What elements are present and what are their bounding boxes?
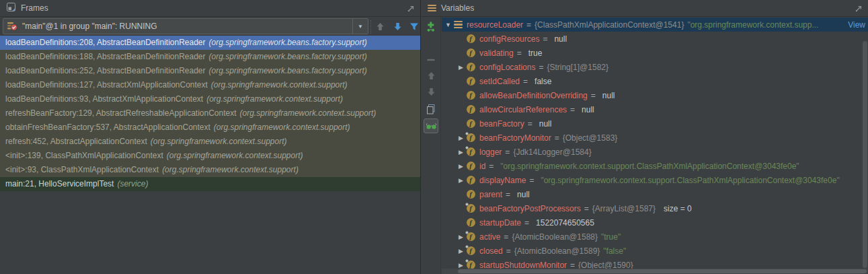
thread-selector-value: "main"@1 in group "main": RUNNING	[22, 22, 352, 31]
frames-toolbar: "main"@1 in group "main": RUNNING ▼	[0, 17, 420, 36]
variable-name: logger	[479, 147, 502, 157]
variable-row[interactable]: ▶fbeanFactoryMonitor={Object@1583}	[442, 131, 868, 145]
variable-row[interactable]: ▼resourceLoader={ClassPathXmlApplication…	[442, 18, 868, 32]
frame-row[interactable]: refresh:452, AbstractApplicationContext(…	[0, 135, 420, 149]
view-link[interactable]: View	[848, 20, 865, 30]
variable-row[interactable]: fallowCircularReferences=null	[442, 102, 868, 116]
frame-row[interactable]: loadBeanDefinitions:93, AbstractXmlAppli…	[0, 92, 420, 106]
frame-row[interactable]: loadBeanDefinitions:208, AbstractBeanDef…	[0, 36, 420, 50]
thread-icon	[7, 21, 17, 32]
equals-sign: =	[517, 48, 522, 58]
variable-row[interactable]: ▶fdisplayName="org.springframework.conte…	[442, 173, 868, 187]
variable-value: "org.springframework.context.support.Cla…	[541, 176, 839, 185]
move-watch-up-button[interactable]	[424, 68, 438, 83]
equals-sign: =	[529, 176, 534, 185]
variable-reference: {String[1]@1582}	[547, 63, 608, 72]
variable-value: 1522074650565	[536, 218, 594, 228]
frame-row[interactable]: <init>:139, ClassPathXmlApplicationConte…	[0, 149, 420, 163]
field-icon: f	[466, 63, 475, 72]
vertical-scrollbar[interactable]	[863, 41, 867, 268]
field-icon: f	[466, 133, 475, 143]
frame-package: (org.springframework.beans.factory.suppo…	[209, 52, 367, 61]
variable-row[interactable]: ▶fid="org.springframework.context.suppor…	[442, 159, 868, 173]
variable-name: active	[479, 232, 500, 242]
frame-row[interactable]: loadBeanDefinitions:252, AbstractBeanDef…	[0, 64, 420, 78]
float-window-icon[interactable]	[407, 5, 415, 14]
variable-row[interactable]: fallowBeanDefinitionOverriding=null	[442, 88, 868, 102]
variable-row[interactable]: fconfigResources=null	[442, 32, 868, 46]
expand-icon[interactable]: ▶	[456, 163, 466, 170]
frame-location: loadBeanDefinitions:252, AbstractBeanDef…	[5, 66, 206, 75]
frame-row[interactable]: <init>:93, ClassPathXmlApplicationContex…	[0, 163, 420, 177]
variable-row[interactable]: fbeanFactory=null	[442, 116, 868, 131]
expand-icon[interactable]: ▶	[456, 262, 466, 269]
chevron-down-icon[interactable]: ▼	[352, 19, 368, 34]
variable-row[interactable]: ▶factive={AtomicBoolean@1588}"true"	[442, 230, 868, 244]
show-watches-toggle[interactable]	[424, 118, 438, 133]
horizontal-scrollbar[interactable]	[442, 269, 868, 274]
field-icon: f	[466, 218, 475, 228]
variable-reference: {AtomicBoolean@1589}	[514, 246, 600, 256]
variable-name: beanFactory	[479, 119, 524, 129]
variable-value: "true"	[601, 232, 621, 242]
frame-package: (org.springframework.beans.factory.suppo…	[209, 38, 367, 47]
variable-name: validating	[479, 48, 514, 58]
variable-name: parent	[479, 190, 502, 199]
collapse-icon[interactable]: ▼	[443, 22, 453, 28]
horizontal-scrollbar-thumb[interactable]	[458, 269, 867, 273]
expand-icon[interactable]: ▶	[456, 248, 466, 254]
move-frame-down-button[interactable]	[390, 19, 405, 34]
frame-row[interactable]: obtainFreshBeanFactory:537, AbstractAppl…	[0, 121, 420, 135]
frame-location: obtainFreshBeanFactory:537, AbstractAppl…	[5, 123, 210, 132]
frame-row[interactable]: main:21, HelloServiceImplTest(service)	[0, 177, 420, 191]
equals-sign: =	[555, 133, 559, 143]
frame-row[interactable]: loadBeanDefinitions:188, AbstractBeanDef…	[0, 50, 420, 64]
field-letter-icon: f	[467, 105, 475, 114]
expand-icon[interactable]: ▶	[456, 177, 466, 184]
add-watch-button[interactable]	[424, 20, 438, 34]
move-frame-up-button[interactable]	[372, 19, 387, 34]
variables-panel-title: Variables	[441, 3, 474, 13]
final-field-dot	[465, 231, 469, 234]
equals-sign: =	[524, 218, 529, 228]
variable-row[interactable]: ▶fclosed={AtomicBoolean@1589}"false"	[442, 244, 868, 258]
variables-panel-header: Variables	[422, 0, 868, 17]
equals-sign: =	[570, 105, 575, 114]
frame-package: (org.springframework.context.support)	[240, 108, 377, 118]
variable-row[interactable]: fstartupDate=1522074650565	[442, 215, 868, 230]
move-watch-down-button[interactable]	[424, 84, 438, 99]
frame-package: (org.springframework.context.support)	[206, 94, 343, 104]
variable-row[interactable]: fvalidating=true	[442, 46, 868, 60]
frame-row[interactable]: loadBeanDefinitions:127, AbstractXmlAppl…	[0, 78, 420, 92]
variable-row[interactable]: fsetIdCalled=false	[442, 74, 868, 88]
float-window-icon[interactable]	[855, 5, 863, 14]
expand-icon[interactable]: ▶	[456, 149, 466, 156]
frame-package: (org.springframework.context.support)	[167, 151, 303, 160]
variable-row[interactable]: ▶flogger={Jdk14Logger@1584}	[442, 145, 868, 159]
variable-row[interactable]: ▶fstartupShutdownMonitor={Object@1590}	[442, 258, 868, 269]
field-letter-icon: f	[467, 63, 475, 71]
frames-list: loadBeanDefinitions:208, AbstractBeanDef…	[0, 36, 420, 191]
field-icon: f	[466, 176, 475, 185]
field-letter-icon: f	[467, 190, 475, 199]
remove-watch-button[interactable]	[424, 53, 438, 67]
expand-icon[interactable]: ▶	[456, 234, 466, 240]
frame-row[interactable]: refreshBeanFactory:129, AbstractRefresha…	[0, 106, 420, 121]
vertical-scrollbar-thumb[interactable]	[863, 41, 867, 268]
variable-reference: {ClassPathXmlApplicationContext@1541}	[535, 20, 684, 30]
variable-value: null	[554, 34, 567, 44]
variable-value: null	[517, 190, 530, 199]
frame-location: refreshBeanFactory:129, AbstractRefresha…	[5, 108, 237, 118]
variable-row[interactable]: fparent=null	[442, 187, 868, 201]
frames-panel-title: Frames	[21, 3, 48, 13]
expand-icon[interactable]: ▶	[456, 135, 466, 141]
frame-location: refresh:452, AbstractApplicationContext	[5, 137, 147, 146]
duplicate-watch-button[interactable]	[424, 102, 438, 116]
variable-row[interactable]: ▶fconfigLocations={String[1]@1582}	[442, 60, 868, 74]
equals-sign: =	[543, 34, 547, 44]
variable-row[interactable]: fbeanFactoryPostProcessors={ArrayList@15…	[442, 201, 868, 215]
variable-name: id	[479, 162, 485, 171]
filter-frames-button[interactable]	[407, 19, 422, 34]
thread-selector[interactable]: "main"@1 in group "main": RUNNING ▼	[3, 18, 368, 34]
expand-icon[interactable]: ▶	[456, 64, 466, 71]
